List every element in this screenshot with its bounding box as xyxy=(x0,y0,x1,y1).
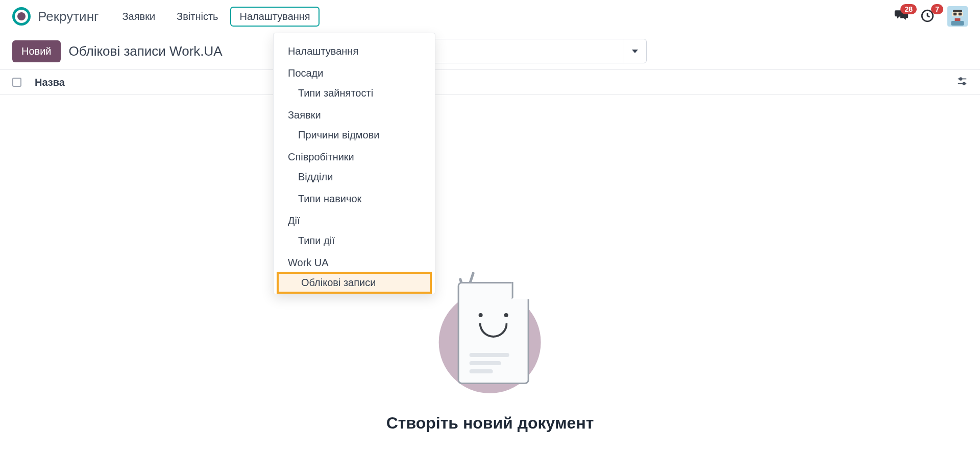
empty-state-title: Створіть новий документ xyxy=(386,414,594,433)
dropdown-item-settings[interactable]: Налаштування xyxy=(274,40,435,62)
select-all-checkbox[interactable] xyxy=(12,78,21,87)
sliders-icon xyxy=(957,76,968,87)
dropdown-item-departments[interactable]: Відділи xyxy=(274,166,435,188)
activities-button[interactable]: 7 xyxy=(921,9,937,23)
dropdown-item-accounts[interactable]: Облікові записи xyxy=(277,272,432,294)
breadcrumb[interactable]: Облікові записи Work.UA xyxy=(69,43,223,59)
messages-count-badge: 28 xyxy=(900,4,917,14)
new-button[interactable]: Новий xyxy=(12,40,61,62)
app-logo[interactable] xyxy=(12,7,31,26)
dropdown-section-employees: Співробітники xyxy=(274,146,435,166)
nav-item-requests[interactable]: Заявки xyxy=(113,7,164,27)
svg-point-10 xyxy=(963,82,965,85)
chevron-down-icon xyxy=(632,50,638,53)
activities-count-badge: 7 xyxy=(931,4,943,14)
app-name[interactable]: Рекрутинг xyxy=(38,9,99,25)
nav-item-settings[interactable]: Налаштування xyxy=(230,7,319,27)
svg-rect-6 xyxy=(951,21,964,26)
columns-settings-button[interactable] xyxy=(957,76,968,89)
column-name[interactable]: Назва xyxy=(35,77,65,88)
svg-rect-4 xyxy=(959,13,962,15)
empty-state: Створіть новий документ xyxy=(386,276,594,433)
navbar: Рекрутинг Заявки Звітність Налаштування … xyxy=(0,0,980,33)
dropdown-section-positions: Посади xyxy=(274,62,435,82)
avatar-icon xyxy=(948,7,967,26)
dropdown-section-workua: Work UA xyxy=(274,252,435,272)
search-options-toggle[interactable] xyxy=(624,39,646,63)
dropdown-item-employment-types[interactable]: Типи зайнятості xyxy=(274,82,435,104)
empty-state-illustration xyxy=(429,276,551,393)
dropdown-section-actions: Дії xyxy=(274,210,435,230)
dropdown-item-refuse-reasons[interactable]: Причини відмови xyxy=(274,124,435,146)
dropdown-item-skill-types[interactable]: Типи навичок xyxy=(274,188,435,210)
nav-item-reports[interactable]: Звітність xyxy=(167,7,227,27)
dropdown-section-requests: Заявки xyxy=(274,104,435,124)
navbar-right: 28 7 xyxy=(894,6,968,27)
messages-button[interactable]: 28 xyxy=(894,9,911,23)
user-avatar[interactable] xyxy=(947,6,968,27)
svg-point-8 xyxy=(960,78,962,80)
svg-rect-3 xyxy=(953,13,957,15)
table-header: Назва xyxy=(0,69,980,95)
settings-dropdown: Налаштування Посади Типи зайнятості Заяв… xyxy=(273,33,435,294)
dropdown-item-action-types[interactable]: Типи дії xyxy=(274,230,435,252)
control-panel: Новий Облікові записи Work.UA xyxy=(0,33,980,69)
